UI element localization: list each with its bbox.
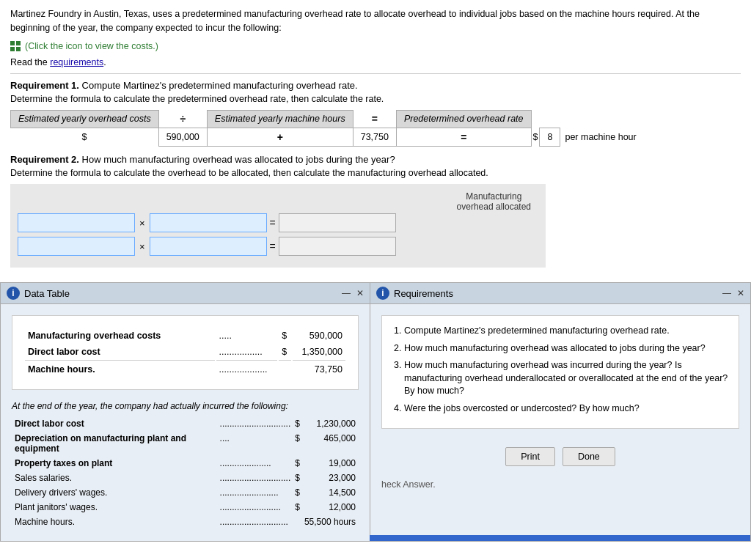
requirements-link[interactable]: requirements — [50, 57, 103, 67]
mfg-label1: Manufacturing — [457, 191, 531, 202]
read-req-suffix: . — [103, 57, 106, 67]
requirements-resize[interactable]: ✕ — [737, 288, 744, 298]
mfg-label2: overhead allocated — [457, 202, 531, 212]
direct-labor-val: 1,350,000 — [293, 345, 345, 361]
data-table-resize[interactable]: ✕ — [356, 288, 364, 298]
mfg-overhead-val: 590,000 — [293, 328, 345, 343]
data-table-bottom-row: Property taxes on plant ................… — [13, 457, 357, 470]
click-icon-row[interactable]: (Click the icon to view the costs.) — [10, 41, 741, 51]
requirements-buttons: Print Done — [370, 440, 750, 474]
data-table-title: Data Table — [24, 288, 70, 299]
formula-eq2: = — [396, 128, 531, 147]
formula-input-2b2[interactable] — [150, 237, 267, 256]
requirement-1-section: Requirement 1. Compute Martinez's predet… — [10, 80, 741, 147]
print-button[interactable]: Print — [505, 447, 555, 466]
data-table-bottom-row: Machine hours. .........................… — [13, 515, 357, 528]
multiply-op2: × — [138, 241, 147, 252]
mfg-overhead-label: Manufacturing overhead costs — [25, 328, 215, 343]
data-table-bottom: At the end of the year, the company had … — [1, 401, 370, 541]
formula-input-2b1[interactable] — [18, 237, 135, 256]
formula-input-2a2[interactable] — [150, 213, 267, 232]
req2-title: Requirement 2. How much manufacturing ov… — [10, 154, 741, 165]
req1-title: Requirement 1. Compute Martinez's predet… — [10, 80, 741, 91]
requirements-panel-title: Requirements — [394, 288, 453, 299]
at-end-text: At the end of the year, the company had … — [12, 401, 359, 411]
formula-dollar2: $ — [531, 128, 540, 147]
per-machine-hour: per machine hour — [560, 128, 641, 147]
requirements-header: i Requirements — ✕ — [370, 283, 750, 304]
formula-result-2b[interactable] — [279, 237, 396, 256]
mfg-overhead-dollar: $ — [279, 328, 291, 343]
data-table-panel: i Data Table — ✕ Manufacturing overhead … — [0, 282, 370, 542]
multiply-op1: × — [138, 218, 147, 229]
read-req-prefix: Read the — [10, 57, 50, 67]
intro-text: Martinez Foundry in Austin, Texas, uses … — [10, 7, 741, 35]
formula-val1: 590,000 — [158, 128, 207, 147]
col2-header: Estimated yearly machine hours — [207, 110, 353, 128]
col3-header: Predetermined overhead rate — [396, 110, 531, 128]
data-table-bottom-row: Delivery drivers' wages. ...............… — [13, 486, 357, 499]
data-row-direct-labor: Direct labor cost ................. $ 1,… — [25, 345, 345, 361]
formula-input-2a1[interactable] — [18, 213, 135, 232]
direct-labor-dollar: $ — [279, 345, 291, 361]
req2-title-rest: How much manufacturing overhead was allo… — [79, 154, 395, 165]
requirement-2-section: Requirement 2. How much manufacturing ov… — [10, 154, 741, 268]
req1-sub1: Determine the formula to calculate the p… — [10, 94, 741, 104]
requirements-list: Compute Martinez's predetermined manufac… — [381, 315, 739, 429]
requirement-list-item: Were the jobs overcosted or undercosted?… — [404, 402, 730, 416]
read-requirements-row: Read the requirements. — [10, 57, 741, 74]
req1-title-bold: Requirement 1. — [10, 80, 79, 91]
panels-container: i Data Table — ✕ Manufacturing overhead … — [0, 282, 751, 542]
grid-icon — [10, 41, 21, 51]
eq1: = — [353, 110, 396, 128]
req1-title-rest: Compute Martinez's predetermined manufac… — [79, 80, 358, 91]
data-table-minimize[interactable]: — — [342, 288, 351, 298]
formula-op1: + — [207, 128, 353, 147]
requirements-info-icon: i — [376, 287, 389, 300]
bottom-blue-bar — [370, 535, 750, 541]
requirement-list-item: How much manufacturing overhead was incu… — [404, 359, 730, 398]
op1: ÷ — [158, 110, 207, 128]
machine-hours-dots: ................... — [216, 362, 278, 377]
req2-sub1: Determine the formula to calculate the o… — [10, 168, 741, 178]
formula-result-2a[interactable] — [279, 213, 396, 232]
formula-row-2a: × = — [18, 213, 538, 232]
req2-formula-area: Manufacturing overhead allocated × = × = — [10, 184, 546, 268]
data-table-bottom-table: Direct labor cost ......................… — [12, 416, 359, 530]
req1-formula-table: Estimated yearly overhead costs ÷ Estima… — [10, 110, 641, 147]
requirements-panel: i Requirements — ✕ Compute Martinez's pr… — [370, 282, 751, 542]
data-table-top-content: Manufacturing overhead costs ..... $ 590… — [12, 315, 359, 390]
formula-dollar1: $ — [11, 128, 159, 147]
data-table-top-table: Manufacturing overhead costs ..... $ 590… — [23, 327, 347, 378]
mfg-overhead-dots: ..... — [216, 328, 278, 343]
data-table-bottom-row: Depreciation on manufacturing plant and … — [13, 432, 357, 455]
data-row-mfg-overhead: Manufacturing overhead costs ..... $ 590… — [25, 328, 345, 343]
click-icon-text[interactable]: (Click the icon to view the costs.) — [25, 41, 158, 51]
requirements-ordered-list: Compute Martinez's predetermined manufac… — [391, 325, 730, 415]
equals-op1: = — [270, 217, 276, 229]
machine-hours-label: Machine hours. — [25, 362, 215, 377]
equals-op2: = — [270, 240, 276, 252]
data-table-bottom-row: Direct labor cost ......................… — [13, 417, 357, 430]
requirement-list-item: How much manufacturing overhead was allo… — [404, 342, 730, 355]
data-table-info-icon: i — [7, 287, 20, 300]
machine-hours-val: 73,750 — [293, 362, 345, 377]
direct-labor-dots: ................. — [216, 345, 278, 361]
requirement-list-item: Compute Martinez's predetermined manufac… — [404, 325, 730, 338]
check-answer-area: heck Answer. — [370, 474, 750, 495]
formula-val2: 73,750 — [353, 128, 396, 147]
data-table-header: i Data Table — ✕ — [1, 283, 370, 304]
formula-row-2b: × = — [18, 237, 538, 256]
formula-val3: 8 — [540, 128, 560, 147]
data-table-bottom-row: Sales salaries. ........................… — [13, 471, 357, 485]
check-answer-text: heck Answer. — [381, 479, 436, 490]
data-row-machine-hours: Machine hours. ................... 73,75… — [25, 362, 345, 377]
req2-title-bold: Requirement 2. — [10, 154, 79, 165]
requirements-minimize[interactable]: — — [722, 288, 731, 298]
done-button[interactable]: Done — [563, 447, 615, 466]
data-table-bottom-row: Plant janitors' wages. .................… — [13, 501, 357, 514]
col1-header: Estimated yearly overhead costs — [11, 110, 159, 128]
direct-labor-label: Direct labor cost — [25, 345, 215, 361]
